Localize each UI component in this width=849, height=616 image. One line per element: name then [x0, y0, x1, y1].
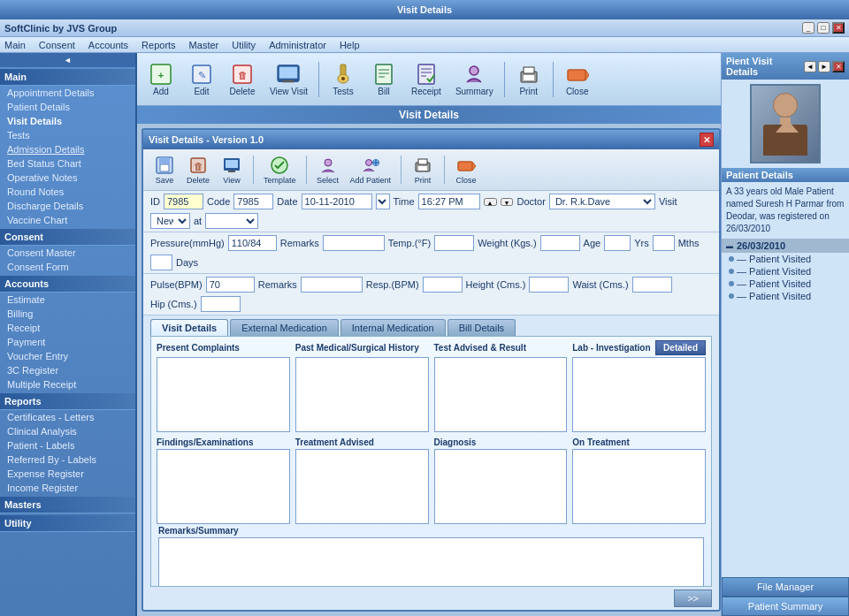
- pulse-input[interactable]: [206, 277, 255, 293]
- dlg-delete-button[interactable]: 🗑 Delete: [184, 153, 212, 186]
- sidebar-item-vaccine[interactable]: Vaccine Chart: [0, 213, 135, 227]
- dlg-template-button[interactable]: Template: [261, 153, 299, 186]
- tab-external-medication[interactable]: External Medication: [230, 319, 339, 336]
- textarea-past-history[interactable]: [295, 357, 429, 432]
- sidebar-item-voucher[interactable]: Voucher Entry: [0, 349, 135, 363]
- time-input[interactable]: [418, 194, 480, 209]
- panel-prev-btn[interactable]: ◄: [804, 61, 816, 72]
- sidebar-item-bed-status[interactable]: Bed Status Chart: [0, 156, 135, 171]
- sidebar-item-appointment[interactable]: Appointment Details: [0, 86, 135, 100]
- menu-consent[interactable]: Consent: [39, 40, 75, 50]
- pressure-input[interactable]: [228, 235, 277, 251]
- sidebar-item-tests[interactable]: Tests: [0, 128, 135, 142]
- dialog-close-btn[interactable]: ✕: [700, 133, 714, 147]
- menu-main[interactable]: Main: [4, 40, 26, 50]
- menu-accounts[interactable]: Accounts: [88, 40, 128, 50]
- sidebar-item-multiple-receipt[interactable]: Multiple Receipt: [0, 377, 135, 392]
- age-input[interactable]: [604, 235, 631, 251]
- date-input[interactable]: [302, 194, 372, 209]
- sidebar-item-operative[interactable]: Operative Notes: [0, 171, 135, 185]
- sidebar-item-round[interactable]: Round Notes: [0, 185, 135, 199]
- minimize-btn[interactable]: _: [802, 22, 815, 34]
- close-btn[interactable]: ✕: [832, 22, 845, 34]
- view-visit-button[interactable]: View Visit: [266, 60, 311, 98]
- remarks-textarea[interactable]: [158, 537, 704, 587]
- add-button[interactable]: + Add: [144, 60, 178, 98]
- sidebar-item-payment[interactable]: Payment: [0, 335, 135, 349]
- sidebar-item-income[interactable]: Income Register: [0, 481, 135, 495]
- visit-select[interactable]: New: [150, 213, 190, 229]
- code-input[interactable]: [233, 194, 273, 209]
- date-header[interactable]: ▬ 26/03/2010: [722, 239, 849, 253]
- sidebar-item-admission[interactable]: Admission Details: [0, 142, 135, 156]
- sidebar-scroll-up[interactable]: ◄: [0, 53, 135, 67]
- sidebar-item-certificates[interactable]: Certificates - Letters: [0, 410, 135, 424]
- sidebar-item-expense[interactable]: Expense Register: [0, 467, 135, 481]
- mths-input[interactable]: [653, 235, 675, 251]
- nav-next-button[interactable]: >>: [674, 589, 712, 607]
- dlg-print-button[interactable]: Print: [409, 153, 437, 186]
- tab-bill-details[interactable]: Bill Details: [447, 319, 516, 336]
- dlg-save-button[interactable]: Save: [150, 153, 179, 186]
- detailed-button[interactable]: Detailed: [655, 340, 706, 355]
- sidebar-item-patient[interactable]: Patient Details: [0, 100, 135, 114]
- height-input[interactable]: [529, 277, 569, 293]
- tests-button[interactable]: Tests: [326, 60, 360, 98]
- days-input[interactable]: [150, 255, 172, 270]
- sidebar-item-patient-labels[interactable]: Patient - Labels: [0, 438, 135, 452]
- remarks2-input[interactable]: [301, 277, 363, 293]
- panel-next-btn[interactable]: ►: [818, 61, 830, 72]
- menu-master[interactable]: Master: [189, 40, 219, 50]
- file-manager-button[interactable]: File Manager: [722, 577, 849, 597]
- sidebar-item-discharge[interactable]: Discharge Details: [0, 199, 135, 213]
- tab-internal-medication[interactable]: Internal Medication: [340, 319, 446, 336]
- close-button[interactable]: Close: [561, 60, 594, 98]
- delete-button[interactable]: 🗑 Delete: [226, 60, 259, 98]
- maximize-btn[interactable]: □: [817, 22, 830, 34]
- summary-button[interactable]: Summary: [452, 60, 497, 98]
- dlg-close-button[interactable]: Close: [452, 153, 480, 186]
- textarea-on-treatment[interactable]: [572, 449, 706, 524]
- patient-summary-button[interactable]: Patient Summary: [722, 597, 849, 616]
- dlg-view-button[interactable]: View: [218, 153, 246, 186]
- sidebar-item-receipt[interactable]: Receipt: [0, 321, 135, 335]
- menu-help[interactable]: Help: [340, 40, 360, 50]
- textarea-lab[interactable]: [572, 357, 706, 432]
- panel-close-btn[interactable]: ✕: [832, 61, 845, 72]
- sidebar-item-visit[interactable]: Visit Details: [0, 114, 135, 128]
- tab-visit-details[interactable]: Visit Details: [150, 319, 228, 336]
- textarea-test-advised[interactable]: [434, 357, 568, 432]
- dlg-select-button[interactable]: Select: [314, 153, 342, 186]
- sidebar-item-estimate[interactable]: Estimate: [0, 293, 135, 307]
- textarea-diagnosis[interactable]: [434, 449, 568, 524]
- sidebar-item-referred[interactable]: Referred By - Labels: [0, 452, 135, 467]
- sidebar-item-clinical[interactable]: Clinical Analysis: [0, 424, 135, 438]
- sidebar-item-3c[interactable]: 3C Register: [0, 363, 135, 377]
- print-button[interactable]: Print: [512, 60, 546, 98]
- remarks1-input[interactable]: [323, 235, 385, 251]
- sidebar-item-consent-master[interactable]: Consent Master: [0, 246, 135, 260]
- resp-input[interactable]: [423, 277, 463, 293]
- doctor-select[interactable]: Dr. R.k.Dave: [549, 194, 655, 209]
- dlg-add-patient-button[interactable]: Add Patient: [348, 153, 394, 186]
- receipt-button[interactable]: Receipt: [408, 60, 445, 98]
- menu-reports[interactable]: Reports: [142, 40, 176, 50]
- id-input[interactable]: [164, 194, 203, 209]
- textarea-treatment[interactable]: [295, 449, 429, 524]
- weight-input[interactable]: [540, 235, 580, 251]
- time-dn-btn[interactable]: ▼: [501, 198, 514, 206]
- textarea-present-complaints[interactable]: [157, 357, 290, 432]
- edit-button[interactable]: ✎ Edit: [185, 60, 218, 98]
- menu-utility[interactable]: Utility: [232, 40, 256, 50]
- temp-input[interactable]: [434, 235, 474, 251]
- waist-input[interactable]: [632, 277, 672, 293]
- sidebar-item-consent-form[interactable]: Consent Form: [0, 260, 135, 274]
- sidebar-item-billing[interactable]: Billing: [0, 307, 135, 321]
- at-select[interactable]: [205, 213, 258, 229]
- date-select[interactable]: [376, 194, 390, 209]
- time-up-btn[interactable]: ▲: [484, 198, 497, 206]
- textarea-findings[interactable]: [157, 449, 290, 524]
- bill-button[interactable]: Bill: [367, 60, 401, 98]
- menu-administrator[interactable]: Administrator: [269, 40, 326, 50]
- hip-input[interactable]: [201, 296, 241, 312]
